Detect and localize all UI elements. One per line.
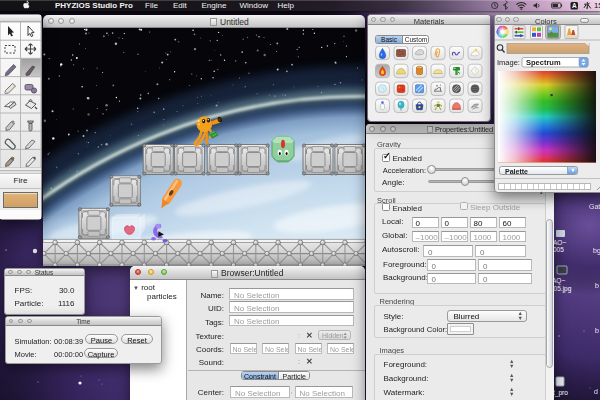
svg-text:Engine: Engine [202,1,227,10]
svg-text:d: d [594,388,598,395]
svg-text:AO~: AO~ [553,239,566,246]
svg-text:Spectrum: Spectrum [526,58,561,67]
svg-text:Gat: Gat [589,203,600,210]
svg-text:PHYZIOS Studio Pro: PHYZIOS Studio Pro [55,1,133,10]
svg-text:bg: bg [593,247,600,255]
svg-text:File: File [145,1,158,10]
svg-text:Image:: Image: [497,58,520,67]
svg-text:Window: Window [240,1,269,10]
svg-text:b: b [595,327,599,334]
svg-text:AQ~: AQ~ [552,277,565,285]
svg-text:A: A [572,2,577,9]
svg-text:Help: Help [278,1,295,10]
svg-text:15: 15 [594,1,600,10]
svg-text:Edit: Edit [173,1,188,10]
svg-text:t_pro: t_pro [553,389,568,397]
svg-text:b: b [595,282,599,289]
svg-text:005: 005 [553,246,564,253]
